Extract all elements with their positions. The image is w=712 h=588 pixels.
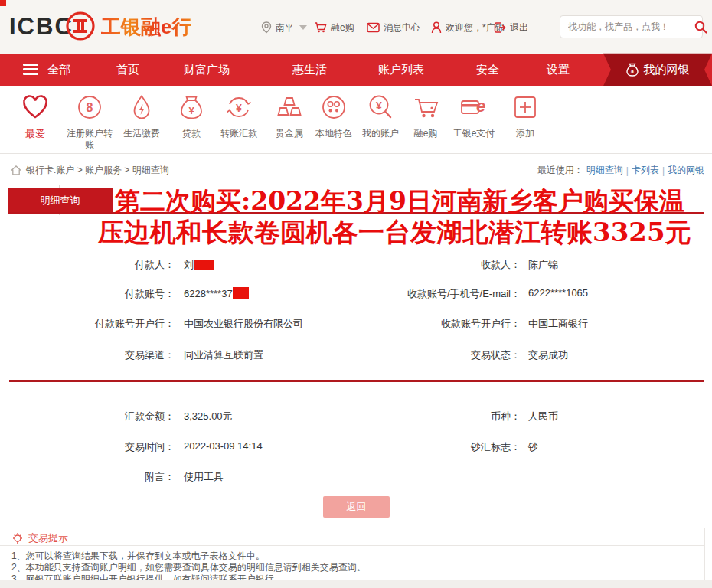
top-header: ICBC 工银融e行 南平 融e购 bbox=[0, 0, 712, 54]
quick-item-precious-metal[interactable]: 贵金属 bbox=[265, 93, 314, 139]
annotation-line1: 第二次购买:2022年3月9日河南新乡客户购买保温 bbox=[115, 185, 684, 219]
nav-item-all[interactable]: 全部 bbox=[47, 54, 70, 86]
currency-value: 人民币 bbox=[528, 410, 558, 423]
quick-item-epay[interactable]: e 工银e支付 bbox=[443, 93, 505, 139]
my-ebank-ribbon[interactable]: ¥ 我的网银 bbox=[603, 52, 712, 87]
mall-link[interactable]: 融e购 bbox=[314, 20, 354, 35]
quick-item-label: 贷款 bbox=[167, 128, 216, 139]
quick-item-label: 工银e支付 bbox=[443, 128, 505, 139]
quick-item-favorites[interactable]: 最爱 bbox=[11, 93, 60, 139]
quick-item-register-transfer[interactable]: 8 注册账户转账 bbox=[65, 93, 114, 151]
redaction-block bbox=[194, 260, 214, 270]
mall-cart-icon bbox=[412, 93, 439, 121]
amount-value: 3,325.00元 bbox=[184, 410, 233, 423]
time-value: 2022-03-09 14:14 bbox=[184, 440, 263, 452]
nav-item-settings[interactable]: 设置 bbox=[547, 54, 570, 86]
nav-item-wealth[interactable]: 财富广场 bbox=[184, 54, 230, 86]
logout-label: 退出 bbox=[510, 21, 528, 34]
tab-detail-query[interactable]: 明细查询 bbox=[8, 188, 113, 212]
tips-divider bbox=[0, 545, 704, 546]
recent-link-card-list[interactable]: 卡列表 bbox=[632, 164, 659, 177]
payer-account-label: 付款账号： bbox=[15, 287, 175, 301]
search-submit[interactable] bbox=[690, 21, 711, 34]
bottom-strip bbox=[0, 580, 712, 588]
nav-item-life[interactable]: 惠生活 bbox=[292, 54, 327, 86]
quick-item-label: 生活缴费 bbox=[117, 128, 166, 139]
tips-heading: 交易提示 bbox=[11, 531, 68, 545]
payer-value: 刘 bbox=[184, 258, 214, 272]
location-selector[interactable]: 南平 bbox=[261, 20, 307, 35]
time-label: 交易时间： bbox=[15, 440, 175, 454]
chevron-down-icon bbox=[299, 25, 307, 30]
nav-item-accounts[interactable]: 账户列表 bbox=[378, 54, 424, 86]
location-pin-icon bbox=[261, 21, 272, 34]
icbc-logo-text: ICBC bbox=[9, 13, 73, 41]
user-icon bbox=[431, 21, 442, 34]
recent-separator: | bbox=[662, 165, 665, 176]
svg-text:¥: ¥ bbox=[236, 102, 242, 114]
utility-payment-icon bbox=[128, 93, 155, 121]
quick-item-label: 我的账户 bbox=[356, 128, 405, 139]
cart-icon bbox=[314, 21, 327, 34]
redaction-block bbox=[233, 287, 249, 299]
main-nav: 全部 首页 财富广场 惠生活 账户列表 安全 设置 bbox=[0, 54, 712, 86]
payee-account-value: 6222****1065 bbox=[528, 287, 588, 299]
svg-text:8: 8 bbox=[87, 101, 93, 114]
quick-item-local-special[interactable]: 本地特色 bbox=[309, 93, 358, 139]
quick-item-label: 贵金属 bbox=[265, 128, 314, 139]
amount-label: 汇款金额： bbox=[15, 410, 175, 423]
payee-bank-label: 收款账号开户行： bbox=[337, 317, 521, 331]
quick-item-utility-payment[interactable]: 生活缴费 bbox=[117, 93, 166, 139]
cash-flag-label: 钞汇标志： bbox=[337, 440, 521, 454]
currency-label: 币种： bbox=[337, 410, 521, 423]
payer-label: 付款人： bbox=[15, 258, 175, 272]
payee-label: 收款人： bbox=[337, 258, 521, 272]
nav-item-security[interactable]: 安全 bbox=[476, 54, 499, 86]
recent-link-detail-query[interactable]: 明细查询 bbox=[586, 164, 623, 177]
quick-item-label: 添加 bbox=[501, 128, 550, 139]
recent-link-my-ebank[interactable]: 我的网银 bbox=[668, 164, 704, 177]
heart-icon bbox=[21, 93, 49, 121]
search-input[interactable] bbox=[560, 21, 690, 32]
lightbulb-icon bbox=[11, 532, 24, 545]
message-center-link[interactable]: 消息中心 bbox=[367, 20, 420, 35]
icbc-online-banking-page: ICBC 工银融e行 南平 融e购 bbox=[0, 0, 712, 588]
quick-item-transfer-remit[interactable]: ¥ 转账汇款 bbox=[214, 93, 263, 139]
quick-item-my-account[interactable]: ¥ 我的账户 bbox=[356, 93, 405, 139]
recent-separator: | bbox=[626, 165, 629, 176]
home-icon bbox=[11, 165, 21, 175]
channel-label: 交易渠道： bbox=[15, 348, 175, 362]
mall-label: 融e购 bbox=[331, 21, 354, 34]
breadcrumb-row: 银行卡.账户 > 账户服务 > 明细查询 最近使用： 明细查询 | 卡列表 | … bbox=[0, 157, 712, 185]
corner-red-square bbox=[0, 0, 6, 6]
epay-icon: e bbox=[460, 93, 488, 121]
quick-item-add[interactable]: 添加 bbox=[501, 93, 550, 139]
status-value: 交易成功 bbox=[528, 348, 568, 362]
quick-item-label: 最爱 bbox=[11, 128, 60, 139]
nav-item-home[interactable]: 首页 bbox=[116, 54, 139, 86]
payer-bank-label: 付款账号开户行： bbox=[15, 317, 175, 331]
tips-title: 交易提示 bbox=[28, 531, 68, 545]
payer-bank-value: 中国农业银行股份有限公司 bbox=[184, 317, 303, 331]
breadcrumb[interactable]: 银行卡.账户 > 账户服务 > 明细查询 bbox=[11, 164, 169, 177]
quick-item-loan[interactable]: ¥ 贷款 bbox=[167, 93, 216, 139]
loan-icon: ¥ bbox=[178, 93, 205, 121]
brand-name: 工银融e行 bbox=[101, 14, 191, 41]
cash-flag-value: 钞 bbox=[528, 440, 538, 454]
logout-button[interactable]: 退出 bbox=[494, 20, 528, 35]
local-special-icon bbox=[320, 93, 348, 121]
message-center-label: 消息中心 bbox=[384, 21, 420, 34]
quick-item-label: 本地特色 bbox=[309, 128, 358, 139]
back-button[interactable]: 返回 bbox=[323, 496, 390, 518]
payee-value: 陈广锦 bbox=[528, 258, 558, 272]
svg-text:¥: ¥ bbox=[376, 100, 382, 112]
precious-metal-icon bbox=[276, 93, 303, 121]
channel-value: 同业清算互联前置 bbox=[184, 348, 263, 362]
remark-label: 附言： bbox=[15, 470, 175, 484]
svg-text:e: e bbox=[476, 96, 485, 116]
menu-hamburger-icon[interactable] bbox=[23, 64, 38, 77]
right-edge-border bbox=[704, 528, 705, 580]
breadcrumb-path: 银行卡.账户 > 账户服务 > 明细查询 bbox=[26, 164, 169, 177]
quick-item-label: 注册账户转账 bbox=[65, 128, 114, 151]
remark-value: 使用工具 bbox=[184, 470, 224, 484]
